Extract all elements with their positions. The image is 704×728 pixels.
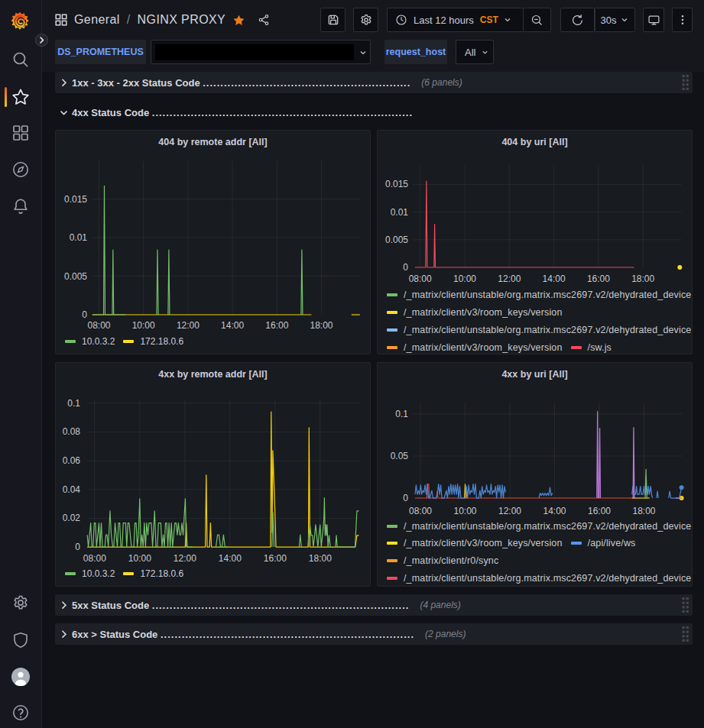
svg-text:16:00: 16:00 xyxy=(587,273,610,284)
svg-text:12:00: 12:00 xyxy=(174,553,196,564)
svg-text:0.04: 0.04 xyxy=(63,484,81,495)
svg-text:0.1: 0.1 xyxy=(395,409,408,419)
svg-text:16:00: 16:00 xyxy=(588,506,611,516)
svg-text:18:00: 18:00 xyxy=(632,506,655,516)
svg-text:0.015: 0.015 xyxy=(64,194,87,205)
svg-text:12:00: 12:00 xyxy=(498,506,521,516)
svg-text:12:00: 12:00 xyxy=(498,273,521,284)
svg-text:16:00: 16:00 xyxy=(264,553,287,564)
svg-text:08:00: 08:00 xyxy=(87,320,110,331)
svg-text:14:00: 14:00 xyxy=(543,273,566,284)
svg-text:0.05: 0.05 xyxy=(391,451,409,461)
svg-text:18:00: 18:00 xyxy=(310,320,333,331)
svg-text:0: 0 xyxy=(75,542,80,552)
svg-text:0.06: 0.06 xyxy=(63,455,81,466)
svg-text:16:00: 16:00 xyxy=(265,320,288,331)
svg-text:0.015: 0.015 xyxy=(385,179,408,189)
svg-text:10:00: 10:00 xyxy=(453,273,476,284)
svg-text:0.08: 0.08 xyxy=(63,426,81,437)
svg-text:0.02: 0.02 xyxy=(63,513,81,523)
svg-text:10:00: 10:00 xyxy=(128,553,151,564)
svg-text:0: 0 xyxy=(403,262,408,273)
svg-text:0.005: 0.005 xyxy=(385,235,408,245)
svg-text:14:00: 14:00 xyxy=(221,320,244,331)
svg-text:08:00: 08:00 xyxy=(83,553,106,564)
svg-text:0.1: 0.1 xyxy=(67,398,80,409)
svg-text:12:00: 12:00 xyxy=(177,320,200,331)
svg-text:18:00: 18:00 xyxy=(309,553,332,564)
svg-text:08:00: 08:00 xyxy=(409,506,432,516)
svg-text:14:00: 14:00 xyxy=(543,506,566,516)
svg-text:0: 0 xyxy=(403,493,408,503)
svg-text:10:00: 10:00 xyxy=(132,320,155,331)
svg-text:18:00: 18:00 xyxy=(631,273,654,284)
svg-text:08:00: 08:00 xyxy=(409,273,432,284)
svg-text:0: 0 xyxy=(82,309,87,320)
svg-text:0.005: 0.005 xyxy=(64,271,87,282)
svg-text:0.01: 0.01 xyxy=(70,232,88,243)
svg-text:14:00: 14:00 xyxy=(219,553,242,564)
svg-text:0.01: 0.01 xyxy=(391,207,409,218)
svg-text:10:00: 10:00 xyxy=(453,506,476,516)
